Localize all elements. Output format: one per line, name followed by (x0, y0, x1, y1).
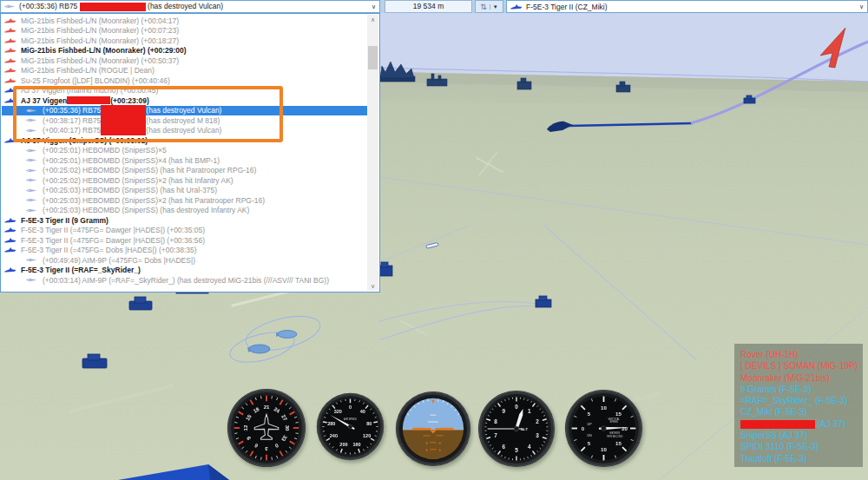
svg-text:0: 0 (515, 404, 518, 410)
event-row[interactable]: MiG-21bis Fishbed-L/N (Moonraker) (+00:5… (2, 56, 367, 66)
missile-icon (25, 197, 39, 203)
event-dropdown-list: MiG-21bis Fishbed-L/N (Moonraker) (+00:0… (0, 13, 380, 293)
redaction-block (67, 96, 110, 104)
plane-icon (3, 47, 17, 54)
player-entry: =RAF=_SkyRider_ (F-5E-3) (740, 395, 863, 406)
player-entry: Moonraker (MiG-21bis) (740, 372, 863, 384)
svg-text:12: 12 (243, 424, 248, 431)
event-row[interactable]: (+00:25:01) HEBOMBD (SniperSS)×4 (has hi… (2, 155, 367, 166)
plane-icon (3, 237, 17, 244)
redaction-block (101, 125, 146, 135)
event-row[interactable]: MiG-21bis Fishbed-L/N (Moonraker) (+00:0… (2, 26, 367, 36)
missile-icon (25, 108, 39, 114)
scrollbar-thumb[interactable] (368, 46, 378, 69)
event-row[interactable]: F-5E-3 Tiger II (=RAF=_SkyRider_) (2, 266, 367, 276)
selected-event-text: (+00:35:36) RB75 (has destroyed Vulcan) (19, 2, 223, 11)
svg-text:40: 40 (360, 409, 365, 414)
player-entry: 9 Gramm (F-5E-3) (740, 384, 863, 395)
svg-text:5: 5 (588, 440, 591, 446)
event-row[interactable]: AJ 37 Viggen (marino mucho) (+00:00:45) (2, 86, 367, 96)
plane-icon (3, 87, 17, 94)
svg-text:280: 280 (327, 421, 335, 426)
event-row[interactable]: (+00:25:03) HEBOMBD (SniperSS)×2 (has hi… (2, 195, 367, 206)
missile-icon (3, 3, 16, 10)
plane-icon (510, 3, 523, 10)
event-row[interactable]: (+00:25:03) HEBOMBD (SniperSS) (has dest… (2, 206, 367, 216)
event-row[interactable]: MiG-21bis Fishbed-L/N (Moonraker) (+00:1… (2, 36, 367, 46)
svg-text:80: 80 (366, 421, 372, 426)
heading-indicator-gauge: 03691215182124273033 (227, 388, 306, 468)
event-row[interactable]: (+00:38:17) RB75 (has destroyed M 818) (2, 115, 367, 126)
event-row[interactable]: F-5E-3 Tiger II (=475FG= Dawger |HADES|)… (2, 235, 367, 246)
toolbar: (+00:35:36) RB75 (has destroyed Vulcan) … (0, 0, 868, 13)
svg-text:3: 3 (536, 432, 539, 438)
svg-text:10: 10 (601, 446, 607, 452)
event-rows: MiG-21bis Fishbed-L/N (Moonraker) (+00:0… (2, 15, 367, 291)
event-row[interactable]: F-5E-3 Tiger II (=475FG= Dobs |HADES|) (… (2, 246, 367, 256)
event-row[interactable]: (+00:25:03) HEBOMBD (SniperSS) (has hit … (2, 186, 367, 196)
event-row[interactable]: AJ 37 Viggen (+00:23:09) (2, 95, 367, 106)
player-entry: Trautloft (F-5E-3) (740, 453, 863, 464)
redaction-block (101, 105, 146, 115)
scrollbar[interactable]: ∧ ∨ (367, 15, 378, 291)
svg-text:5: 5 (515, 447, 518, 453)
missile-icon (25, 177, 39, 183)
missile-icon (25, 277, 39, 283)
event-row[interactable]: (+00:25:02) HEBOMBD (SniperSS)×2 (has hi… (2, 175, 367, 186)
player-entry: [ DEVILS ] SOMAN (MiG-19P) (740, 360, 863, 372)
svg-text:2: 2 (536, 418, 539, 424)
svg-text:1: 1 (528, 408, 531, 414)
event-row[interactable]: (+00:35:36) RB75 (has destroyed Vulcan) (2, 106, 367, 116)
player-entry: CZ_Miki (F-5E-3) (740, 406, 863, 418)
svg-text:5: 5 (588, 411, 591, 417)
missile-icon (25, 117, 39, 123)
player-entry: SniperSS (AJ 37) (740, 430, 863, 441)
event-row[interactable]: (+00:25:02) HEBOMBD (SniperSS) (has hit … (2, 166, 367, 176)
svg-text:160: 160 (352, 442, 360, 447)
event-row[interactable]: (+00:03:14) AIM-9P (=RAF=_SkyRider_) (ha… (2, 275, 367, 286)
missile-icon (25, 148, 39, 154)
svg-text:20: 20 (621, 425, 628, 431)
missile-icon (25, 168, 39, 174)
altitude-field[interactable]: 19 534 m (385, 0, 472, 13)
plane-icon (3, 247, 17, 253)
event-row[interactable]: Su-25 Frogfoot ([LDF] BLONDIN) (+00:40:4… (2, 76, 367, 86)
missile-icon (25, 128, 39, 134)
event-row[interactable]: MiG-21bis Fishbed-L/N (Moonraker) (+00:0… (2, 16, 367, 26)
svg-text:8: 8 (494, 418, 497, 424)
swap-camera-button[interactable]: ⇅ ▼ (475, 0, 503, 13)
redaction-block (101, 115, 146, 126)
event-row[interactable]: F-5E-3 Tiger II (9 Gramm) (2, 215, 367, 226)
event-row[interactable]: (+00:40:17) RB75 (has destroyed Vulcan) (2, 126, 367, 136)
plane-icon (3, 77, 17, 84)
event-row[interactable]: F-5E-3 Tiger II (=475FG= Dawger |HADES|)… (2, 226, 367, 236)
event-row[interactable]: MiG-21bis Fishbed-L/N (Moonraker) (+00:2… (2, 46, 367, 56)
plane-icon (3, 17, 17, 24)
svg-text:21: 21 (264, 404, 270, 410)
missile-icon (25, 207, 39, 214)
event-row[interactable]: (+00:49:49) AIM-9P (=475FG= Dobs |HADES|… (2, 255, 367, 266)
aircraft-selector-combobox[interactable]: F-5E-3 Tiger II (CZ_Miki) ∨ (506, 0, 868, 13)
missile-icon (25, 257, 39, 263)
chevron-down-icon[interactable]: ▼ (490, 4, 498, 10)
plane-icon (3, 37, 17, 44)
event-row[interactable]: MiG-21bis Fishbed-L/N (ROGUE | Dean) (2, 66, 367, 76)
svg-text:240: 240 (330, 433, 338, 438)
player-entry: (AJ 37) (740, 418, 863, 430)
svg-text:AIR SPEED: AIR SPEED (344, 418, 357, 421)
attitude-indicator-gauge: 3060 (395, 391, 471, 467)
plane-icon (3, 27, 17, 34)
plane-icon (3, 227, 17, 233)
svg-text:320: 320 (334, 409, 342, 414)
chevron-down-icon[interactable]: ∨ (856, 3, 867, 10)
player-entry: SPIDI 3110 (F-5E-3) (740, 441, 863, 452)
event-selector-combobox[interactable]: (+00:35:36) RB75 (has destroyed Vulcan) … (0, 0, 380, 13)
event-row[interactable]: (+00:25:01) HEBOMBD (SniperSS)×5 (2, 146, 367, 156)
event-row[interactable]: AJ 37 Viggen (SniperSS) (+00:03:01) (2, 135, 367, 146)
svg-text:0: 0 (582, 425, 585, 431)
scroll-down-arrow-icon[interactable]: ∨ (367, 281, 378, 291)
player-entry: Rover (UH-1H) (740, 349, 863, 360)
chevron-down-icon[interactable]: ∨ (368, 3, 379, 10)
scroll-up-arrow-icon[interactable]: ∧ (367, 15, 378, 24)
swap-arrows-icon: ⇅ (480, 3, 487, 11)
